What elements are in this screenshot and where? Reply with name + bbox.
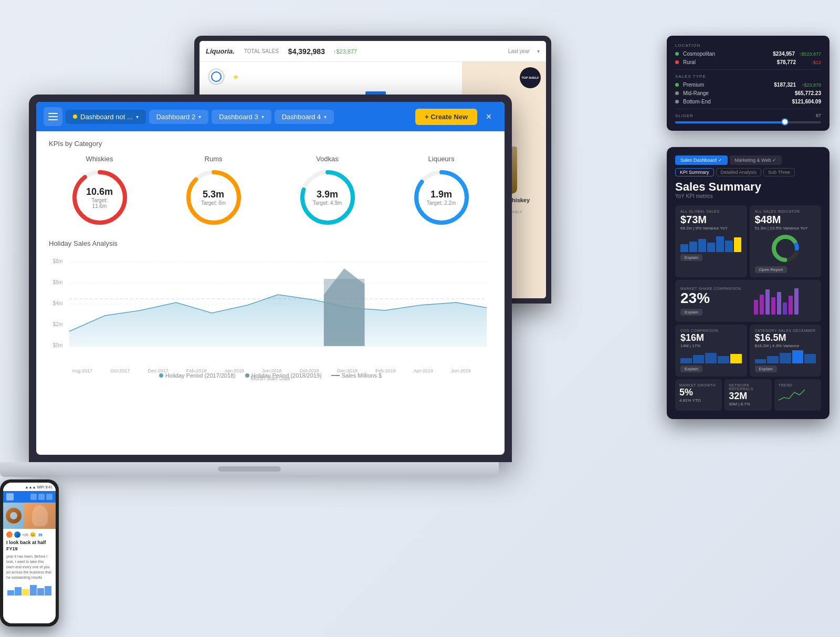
- gauge-rums-label: Rums: [205, 155, 223, 163]
- phone-like-count: 99: [38, 533, 43, 537]
- laptop-frame: Dashboard not ... ▾ Dashboard 2 ▾ Dashbo…: [29, 95, 512, 462]
- tab-2-chevron: ▾: [198, 114, 201, 120]
- slider-value: 87: [816, 113, 821, 118]
- sales-type-premium: Premium $187,321 ↑$23,879: [675, 82, 821, 88]
- gauge-rums-wrap: 5.3m Target: 6m: [182, 166, 245, 229]
- laptop-base: [0, 462, 499, 477]
- svg-rect-23: [760, 295, 764, 315]
- rp-tab-sales[interactable]: Sales Dashboard ✓: [675, 155, 728, 165]
- subtab-kpi[interactable]: KPI Summary: [675, 168, 714, 176]
- open-report-btn[interactable]: Open Report: [755, 266, 788, 273]
- network-label: NETWORK REFERRALS: [729, 383, 767, 391]
- hamburger-menu[interactable]: [44, 107, 62, 126]
- rp-tab-marketing[interactable]: Marketing & Web ✓: [730, 155, 782, 165]
- svg-rect-26: [777, 292, 781, 315]
- svg-rect-25: [771, 297, 775, 315]
- sales-change-label: ↑$23,877: [333, 48, 357, 55]
- svg-text:$2m: $2m: [53, 321, 63, 327]
- phone-signal: ▲▲▲: [25, 485, 36, 489]
- cog-label: COG COMPARISON: [680, 329, 742, 332]
- nav-tab-dashboard-4[interactable]: Dashboard 4 ▾: [275, 110, 334, 124]
- top-shelf-badge: TOP SHELF: [520, 67, 541, 88]
- subtab-detailed[interactable]: Detailed Analysis: [716, 168, 762, 176]
- sales-indicator-label: ALL SALES INDICATOR: [755, 210, 816, 213]
- bottomend-value: $121,604.09: [792, 99, 821, 105]
- x-axis-labels: Aug-2017Oct-2017Dec-2017Feb-2018Apr-2018…: [49, 368, 492, 373]
- gauge-whiskies-label: Whiskies: [86, 155, 113, 163]
- midrange-name: Mid-Range: [683, 90, 788, 96]
- kpi-section-title: KPIs by Category: [49, 140, 492, 148]
- midrange-value: $65,772.23: [792, 90, 821, 96]
- phone-count: +36: [22, 533, 28, 537]
- slider-track[interactable]: 87: [675, 121, 821, 123]
- gauge-vodkas-wrap: 3.9m Target: 4.9m: [296, 166, 359, 229]
- gauge-vodkas: Vodkas 3.9m Target: 4.9m: [296, 155, 359, 229]
- location-label: LOCATION: [675, 43, 821, 48]
- gauge-rums: Rums 5.3m Target: 6m: [182, 155, 245, 229]
- gauge-whiskies: Whiskies 10.6m Target: 11.6m: [68, 155, 131, 229]
- nav-tab-dashboard-3[interactable]: Dashboard 3 ▾: [212, 110, 271, 124]
- explain-btn-2[interactable]: Explain: [680, 309, 702, 316]
- cog-value: $16M: [680, 332, 742, 343]
- kpi-cards-grid: ALL GLOBAL SALES $73M 68.2m | 9% Varianc…: [675, 205, 821, 322]
- svg-rect-24: [765, 289, 770, 315]
- gauge-vodkas-center: 3.9m Target: 4.9m: [313, 189, 342, 206]
- kpi-gauges: Whiskies 10.6m Target: 11.6m Ru: [49, 155, 492, 229]
- phone-social-header: [3, 491, 56, 503]
- bottomend-dot: [675, 100, 679, 103]
- tab-3-chevron: ▾: [261, 114, 264, 120]
- gauge-whiskies-target: Target: 11.6m: [84, 197, 116, 209]
- rural-change: -$12: [800, 60, 821, 65]
- phone-menu-icon[interactable]: [6, 493, 14, 500]
- global-sales-value: $73M: [680, 213, 742, 226]
- area-chart: $8m $6m $4m $2m $0m: [49, 253, 492, 368]
- market-growth-sub: 4.81% YTD: [679, 398, 718, 403]
- create-new-button[interactable]: + Create New: [415, 109, 477, 125]
- svg-rect-22: [754, 300, 758, 315]
- subtab-three[interactable]: Sub Three: [763, 168, 795, 176]
- rural-name: Rural: [683, 59, 763, 65]
- rtp-divider-2: [675, 109, 821, 109]
- sales-type-label: SALES TYPE: [675, 74, 821, 79]
- category-sales-card: CATEGORY SALES DECEMBER $16.5M $16.2M | …: [750, 325, 822, 377]
- gauge-liqueurs-center: 1.9m Target: 2.2m: [427, 189, 456, 206]
- gauge-vodkas-value: 3.9m: [313, 189, 342, 200]
- cat-sales-sub: $16.2M | 4.3% Variance: [755, 343, 816, 348]
- slider-container: SLIDER 87: [675, 113, 821, 123]
- svg-text:$8m: $8m: [53, 258, 63, 264]
- svg-rect-27: [783, 302, 787, 315]
- midrange-dot: [675, 91, 679, 95]
- tab-1-chevron: ▾: [136, 114, 139, 120]
- chart-title: Holiday Sales Analysis: [49, 239, 492, 247]
- phone-body: year it has been. Before I look, I want …: [6, 554, 52, 580]
- network-value: 32M: [729, 391, 767, 402]
- phone-bar-1: [7, 590, 14, 596]
- tab-4-chevron: ▾: [324, 114, 327, 120]
- nav-tab-dashboard-not[interactable]: Dashboard not ... ▾: [66, 110, 146, 124]
- slider-thumb[interactable]: [781, 118, 789, 126]
- dashboard-nav: Dashboard not ... ▾ Dashboard 2 ▾ Dashbo…: [36, 102, 505, 131]
- gauge-liqueurs-value: 1.9m: [427, 189, 456, 200]
- holiday-chart-section: Holiday Sales Analysis $8m $6m $4m $2m $…: [49, 239, 492, 379]
- nav-tab-dashboard-2[interactable]: Dashboard 2 ▾: [149, 110, 208, 124]
- explain-btn-cog[interactable]: Explain: [680, 366, 702, 372]
- phone-wifi: WiFi: [37, 485, 44, 489]
- slider-label: SLIDER: [675, 113, 821, 118]
- rtp-divider-1: [675, 69, 821, 70]
- sales-summary-subtitle: YoY KPI metrics: [675, 193, 821, 199]
- gauge-rums-value: 5.3m: [201, 189, 226, 200]
- svg-rect-29: [794, 288, 799, 315]
- cog-chart: [680, 350, 742, 363]
- explain-btn-cat[interactable]: Explain: [755, 366, 777, 372]
- rural-dot: [675, 60, 679, 64]
- gauge-whiskies-center: 10.6m Target: 11.6m: [84, 186, 116, 209]
- sales-type-midrange: Mid-Range $65,772.23: [675, 90, 821, 96]
- explain-btn-1[interactable]: Explain: [680, 254, 702, 261]
- nav-close-button[interactable]: ×: [480, 108, 497, 125]
- gauge-vodkas-target: Target: 4.9m: [313, 200, 342, 206]
- trend-svg: [779, 387, 805, 403]
- tab-dot-1: [73, 114, 77, 119]
- total-sales-label-top: TOTAL SALES: [244, 48, 279, 54]
- gauge-liqueurs-target: Target: 2.2m: [427, 200, 456, 206]
- kpi-sales-indicator: ALL SALES INDICATOR $48M 51.3m | 13.5% V…: [750, 205, 822, 277]
